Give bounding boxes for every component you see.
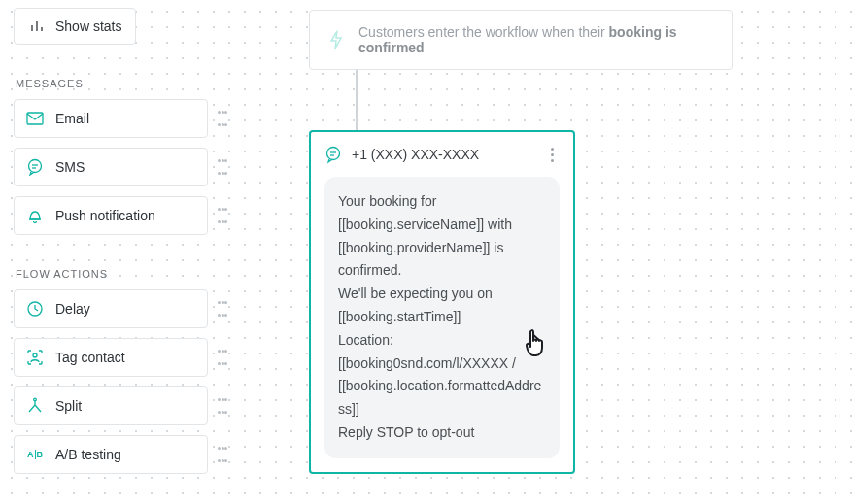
palette-tag-contact[interactable]: Tag contact: [14, 338, 208, 377]
palette-ab-label: A/B testing: [55, 447, 121, 462]
svg-point-4: [29, 160, 42, 173]
drag-handle-icon[interactable]: [218, 208, 227, 223]
palette-sms[interactable]: SMS: [14, 148, 208, 186]
bell-icon: [26, 207, 44, 224]
drag-handle-icon[interactable]: [218, 447, 227, 462]
svg-point-11: [327, 148, 340, 160]
sms-icon: [324, 146, 342, 163]
palette-push-label: Push notification: [55, 208, 155, 223]
palette-email[interactable]: Email: [14, 99, 208, 138]
kebab-menu-icon[interactable]: [544, 148, 560, 162]
workflow-canvas: Customers enter the workflow when their …: [309, 10, 733, 474]
drag-handle-icon[interactable]: [218, 350, 227, 365]
show-stats-button[interactable]: Show stats: [14, 8, 136, 45]
lightning-icon: [327, 31, 345, 49]
workflow-entry-card[interactable]: Customers enter the workflow when their …: [309, 10, 733, 70]
entry-prefix: Customers enter the workflow when their: [358, 24, 609, 40]
sms-card-header: +1 (XXX) XXX-XXXX: [324, 146, 560, 163]
tag-contact-icon: [26, 349, 44, 366]
drag-handle-icon[interactable]: [218, 301, 227, 317]
sms-node-card[interactable]: +1 (XXX) XXX-XXXX Your booking for [[boo…: [309, 130, 575, 474]
sidebar: Show stats MESSAGES Email SMS: [14, 8, 227, 484]
palette-push[interactable]: Push notification: [14, 196, 208, 235]
palette-email-label: Email: [55, 111, 89, 126]
palette-tag-label: Tag contact: [55, 350, 125, 365]
palette-delay[interactable]: Delay: [14, 289, 208, 328]
flow-actions-section-label: FLOW ACTIONS: [16, 268, 227, 280]
palette-delay-label: Delay: [55, 301, 90, 317]
drag-handle-icon[interactable]: [218, 159, 227, 175]
stats-icon: [28, 17, 46, 35]
palette-sms-label: SMS: [55, 159, 85, 175]
email-icon: [26, 110, 44, 127]
svg-point-9: [33, 353, 37, 357]
ab-testing-icon: AB: [26, 446, 44, 463]
palette-split-label: Split: [55, 398, 82, 414]
show-stats-label: Show stats: [55, 18, 121, 34]
svg-rect-3: [27, 113, 43, 124]
svg-point-10: [34, 398, 37, 401]
sms-message-body: Your booking for [[booking.serviceName]]…: [324, 177, 560, 458]
drag-handle-icon[interactable]: [218, 398, 227, 414]
clock-icon: [26, 300, 44, 318]
connector-line: [356, 70, 358, 130]
sms-from-number: +1 (XXX) XXX-XXXX: [352, 147, 534, 162]
messages-section-label: MESSAGES: [16, 78, 227, 89]
drag-handle-icon[interactable]: [218, 111, 227, 126]
sms-icon: [26, 158, 44, 176]
palette-split[interactable]: Split: [14, 386, 208, 425]
split-icon: [26, 397, 44, 415]
entry-description: Customers enter the workflow when their …: [358, 24, 714, 55]
palette-ab-testing[interactable]: AB A/B testing: [14, 435, 208, 474]
